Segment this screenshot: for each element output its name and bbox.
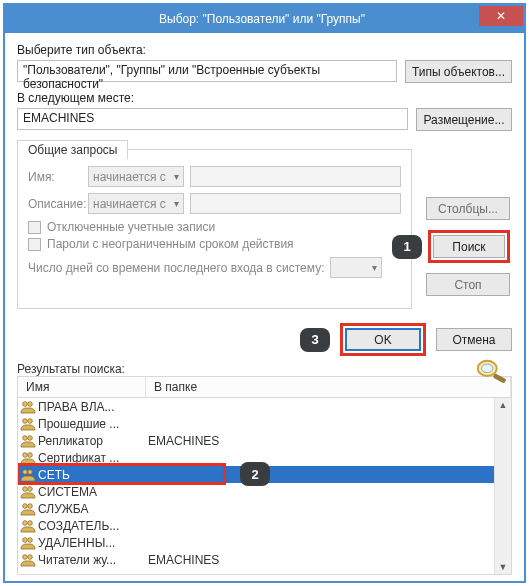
dialog-content: Выберите тип объекта: "Пользователи", "Г… <box>5 33 524 581</box>
close-button[interactable]: ✕ <box>479 6 523 26</box>
desc-filter-input[interactable] <box>190 193 401 214</box>
list-item[interactable]: ПРАВА ВЛА... <box>18 398 511 415</box>
item-name: СЛУЖБА <box>38 502 148 516</box>
annotation-badge-2: 2 <box>240 462 270 486</box>
tab-label: Общие запросы <box>28 143 117 157</box>
group-icon <box>20 553 36 567</box>
magnifier-icon <box>472 356 510 384</box>
chevron-down-icon: ▾ <box>372 262 377 273</box>
item-name: СЕТЬ <box>38 468 148 482</box>
list-item[interactable]: Читатели жу...EMACHINES <box>18 551 511 568</box>
list-item[interactable]: РепликаторEMACHINES <box>18 432 511 449</box>
item-name: Читатели жу... <box>38 553 148 567</box>
object-types-button[interactable]: Типы объектов... <box>405 60 512 83</box>
svg-point-12 <box>28 469 33 474</box>
annotation-badge-1: 1 <box>392 235 422 259</box>
stop-button[interactable]: Стоп <box>426 273 510 296</box>
location-label: В следующем месте: <box>17 91 512 105</box>
chevron-down-icon: ▾ <box>174 198 179 209</box>
svg-point-10 <box>28 452 33 457</box>
list-item[interactable]: СЛУЖБА <box>18 500 511 517</box>
svg-point-1 <box>482 364 493 373</box>
item-name: Сертификат ... <box>38 451 148 465</box>
search-button[interactable]: Поиск <box>433 235 505 258</box>
name-filter-label: Имя: <box>28 170 88 184</box>
svg-point-15 <box>23 503 28 508</box>
group-icon <box>20 451 36 465</box>
svg-point-16 <box>28 503 33 508</box>
object-type-label: Выберите тип объекта: <box>17 43 512 57</box>
close-icon: ✕ <box>496 9 506 23</box>
search-highlight: Поиск <box>428 230 510 263</box>
svg-point-18 <box>28 520 33 525</box>
list-item[interactable]: Прошедшие ... <box>18 415 511 432</box>
object-type-field[interactable]: "Пользователи", "Группы" или "Встроенные… <box>17 60 397 82</box>
item-name: Прошедшие ... <box>38 417 148 431</box>
svg-point-13 <box>23 486 28 491</box>
item-name: Репликатор <box>38 434 148 448</box>
group-icon <box>20 502 36 516</box>
scroll-up-icon: ▲ <box>499 400 508 410</box>
chevron-down-icon: ▾ <box>174 171 179 182</box>
group-icon <box>20 434 36 448</box>
svg-point-7 <box>23 435 28 440</box>
svg-point-19 <box>23 537 28 542</box>
group-icon <box>20 400 36 414</box>
group-icon <box>20 468 36 482</box>
item-name: ПРАВА ВЛА... <box>38 400 148 414</box>
titlebar: Выбор: "Пользователи" или "Группы" ✕ <box>5 5 524 33</box>
item-folder: EMACHINES <box>148 553 219 567</box>
name-mode-select[interactable]: начинается с▾ <box>88 166 184 187</box>
tab-common-queries[interactable]: Общие запросы <box>17 140 128 160</box>
svg-point-17 <box>23 520 28 525</box>
item-name: СОЗДАТЕЛЬ... <box>38 519 148 533</box>
ok-highlight: OK <box>340 323 426 356</box>
results-list[interactable]: ▲ ▼ ПРАВА ВЛА...Прошедшие ...РепликаторE… <box>17 398 512 575</box>
svg-point-3 <box>23 401 28 406</box>
svg-point-6 <box>28 418 33 423</box>
svg-point-22 <box>28 554 33 559</box>
name-mode-value: начинается с <box>93 170 166 184</box>
dialog-window: Выбор: "Пользователи" или "Группы" ✕ Выб… <box>3 3 526 583</box>
group-icon <box>20 417 36 431</box>
list-item[interactable]: СОЗДАТЕЛЬ... <box>18 517 511 534</box>
desc-mode-value: начинается с <box>93 197 166 211</box>
location-field[interactable]: EMACHINES <box>17 108 408 130</box>
col-name-header[interactable]: Имя <box>18 377 146 397</box>
item-name: СИСТЕМА <box>38 485 148 499</box>
nonexpiring-pwd-checkbox[interactable]: Пароли с неограниченным сроком действия <box>28 237 401 251</box>
desc-mode-select[interactable]: начинается с▾ <box>88 193 184 214</box>
svg-point-4 <box>28 401 33 406</box>
checkbox-label: Пароли с неограниченным сроком действия <box>47 237 294 251</box>
list-item[interactable]: УДАЛЕННЫ... <box>18 534 511 551</box>
ok-button[interactable]: OK <box>345 328 421 351</box>
svg-point-14 <box>28 486 33 491</box>
window-title: Выбор: "Пользователи" или "Группы" <box>5 12 479 26</box>
checkbox-label: Отключенные учетные записи <box>47 220 215 234</box>
days-label: Число дней со времени последнего входа в… <box>28 261 324 275</box>
svg-rect-2 <box>493 373 507 383</box>
checkbox-icon <box>28 238 41 251</box>
scroll-down-icon: ▼ <box>499 562 508 572</box>
group-icon <box>20 485 36 499</box>
svg-point-5 <box>23 418 28 423</box>
columns-button[interactable]: Столбцы... <box>426 197 510 220</box>
svg-point-21 <box>23 554 28 559</box>
svg-point-8 <box>28 435 33 440</box>
name-filter-input[interactable] <box>190 166 401 187</box>
checkbox-icon <box>28 221 41 234</box>
queries-panel: Общие запросы Имя: начинается с▾ Описани… <box>17 149 412 309</box>
group-icon <box>20 536 36 550</box>
desc-filter-label: Описание: <box>28 197 88 211</box>
item-folder: EMACHINES <box>148 434 219 448</box>
item-name: УДАЛЕННЫ... <box>38 536 148 550</box>
days-select[interactable]: ▾ <box>330 257 382 278</box>
disabled-accounts-checkbox[interactable]: Отключенные учетные записи <box>28 220 401 234</box>
svg-point-20 <box>28 537 33 542</box>
svg-point-11 <box>23 469 28 474</box>
vertical-scrollbar[interactable]: ▲ ▼ <box>494 398 511 574</box>
right-buttons: Столбцы... 1 Поиск Стоп <box>424 197 510 384</box>
location-button[interactable]: Размещение... <box>416 108 512 131</box>
svg-point-9 <box>23 452 28 457</box>
annotation-badge-3: 3 <box>300 328 330 352</box>
